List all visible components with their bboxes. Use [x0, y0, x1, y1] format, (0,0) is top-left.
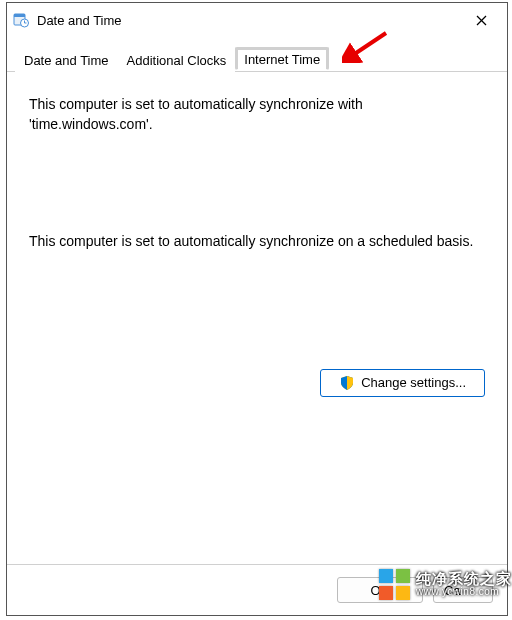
tab-internet-time[interactable]: Internet Time	[235, 47, 329, 70]
tab-strip: Date and Time Additional Clocks Internet…	[7, 47, 507, 72]
change-settings-label: Change settings...	[361, 375, 466, 390]
annotation-arrow-icon	[342, 29, 390, 63]
watermark: 纯净系统之家 www.ycwin8.com	[379, 566, 512, 602]
tab-content: This computer is set to automatically sy…	[7, 72, 507, 564]
date-time-dialog: Date and Time Date and Time Additional C…	[6, 2, 508, 616]
date-time-icon	[13, 12, 29, 28]
tab-additional-clocks[interactable]: Additional Clocks	[118, 48, 236, 72]
sync-schedule-text: This computer is set to automatically sy…	[29, 231, 485, 251]
change-settings-button[interactable]: Change settings...	[320, 369, 485, 397]
shield-icon	[339, 375, 355, 391]
close-button[interactable]	[461, 5, 501, 35]
svg-rect-1	[14, 14, 25, 17]
tab-date-and-time[interactable]: Date and Time	[15, 48, 118, 72]
watermark-text: 纯净系统之家 www.ycwin8.com	[416, 571, 512, 597]
sync-server-text: This computer is set to automatically sy…	[29, 94, 485, 135]
svg-line-7	[350, 33, 386, 57]
window-title: Date and Time	[37, 13, 461, 28]
close-icon	[476, 15, 487, 26]
titlebar: Date and Time	[7, 3, 507, 37]
watermark-logo-icon	[379, 569, 410, 600]
